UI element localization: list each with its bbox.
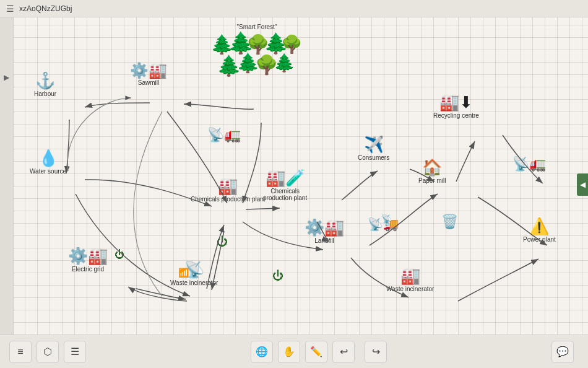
- node-pulp-mill[interactable]: 🏭 Chemicals production plant: [191, 177, 266, 203]
- water-source-label: Water source: [30, 168, 66, 175]
- sensor-icon: 📡🚛: [207, 127, 241, 143]
- node-trash[interactable]: 🗑️: [441, 214, 458, 230]
- node-sawmill[interactable]: ⚙️🏭 Sawmill: [130, 62, 167, 86]
- chemicals-label: Chemicalsproduction plant: [263, 188, 307, 201]
- tree-icon-9: 🌲: [274, 53, 295, 73]
- chemicals-icon: 🏭🧪: [266, 169, 305, 188]
- recycling-label: Recycling centre: [433, 112, 479, 119]
- redo-button[interactable]: ↪: [365, 341, 387, 363]
- node-electric-grid[interactable]: 📡 Waste incinerator: [170, 260, 218, 286]
- power-symbol-3: ⏻: [115, 249, 124, 260]
- bottom-toolbar: ≡ ⬡ ☰ 🌐 ✋ ✏️ ↩ ↪ 💬: [0, 335, 588, 368]
- truck-icon-right: 📡🚛: [512, 156, 546, 172]
- node-smart-forest[interactable]: "Smart Forest" 🌲 🌲 🌳 🌲 🌳 🌲 🌲 🌳 🌲: [204, 24, 309, 99]
- left-sidebar: ▶: [0, 17, 14, 335]
- node-aviation-fuel[interactable]: ✈️ Consumers: [358, 135, 389, 161]
- waste-incinerator-icon: 🏭: [400, 266, 420, 286]
- node-waste-incinerator[interactable]: 🏭 Waste incinerator: [386, 266, 434, 292]
- sawmill-label: Sawmill: [138, 79, 159, 86]
- tree-icon-5: 🌳: [281, 34, 303, 55]
- node-harbour[interactable]: ⚓ Harbour: [34, 71, 56, 97]
- node-landfill[interactable]: ⚠️ Power plant: [523, 217, 556, 243]
- landfill-icon: ⚠️: [529, 217, 549, 236]
- hand-button[interactable]: ✋: [278, 341, 300, 363]
- sidebar-expand-arrow[interactable]: ▶: [4, 73, 9, 82]
- power-symbol-2: ⏻: [272, 269, 283, 283]
- chat-button[interactable]: 💬: [551, 341, 574, 363]
- house-icon: 🏠: [422, 158, 442, 177]
- aviation-icon: ✈️: [364, 135, 384, 154]
- paper-mill-icon: ⚙️🏭: [305, 218, 344, 237]
- node-truck-recycling[interactable]: 📡🚛: [512, 156, 546, 172]
- node-water-source[interactable]: 💧 Water source: [30, 149, 66, 175]
- recycling-icon: 🏭⬇: [439, 93, 473, 112]
- undo-button[interactable]: ↩: [332, 341, 355, 363]
- aviation-fuel-label: Consumers: [358, 154, 389, 161]
- menu-icon[interactable]: ☰: [6, 4, 14, 14]
- node-consumers[interactable]: 🏠 Paper mill: [418, 158, 446, 184]
- pulp-mill-icon: 🏭: [218, 177, 238, 196]
- power-plant-icon: ⚙️🏭: [68, 247, 108, 266]
- right-panel-toggle[interactable]: ◀: [577, 173, 588, 196]
- node-chemicals[interactable]: 🏭🧪 Chemicalsproduction plant: [263, 169, 307, 201]
- power-symbol-1: ⏻: [217, 235, 228, 248]
- pulp-mill-label: Chemicals production plant: [191, 196, 266, 203]
- anchor-icon: ⚓: [35, 71, 55, 90]
- node-sensor-truck[interactable]: 📡🚛: [207, 127, 241, 143]
- main-canvas[interactable]: "Smart Forest" 🌲 🌲 🌳 🌲 🌳 🌲 🌲 🌳 🌲 ⚓ Harbo…: [0, 0, 588, 335]
- harbour-label: Harbour: [34, 90, 56, 97]
- document-title: xzAoQNzZUGbj: [19, 4, 72, 13]
- node-paper-mill[interactable]: ⚙️🏭 Landfill: [305, 218, 344, 244]
- sensor-waste: 📡: [381, 214, 392, 224]
- sawmill-gear-icon: ⚙️🏭: [130, 62, 167, 79]
- topbar: ☰ xzAoQNzZUGbj: [0, 0, 588, 17]
- pencil-button[interactable]: ✏️: [305, 341, 327, 363]
- smart-forest-label: "Smart Forest": [237, 24, 277, 30]
- consumers-label: Paper mill: [418, 177, 446, 184]
- trash-icon: 🗑️: [441, 214, 458, 230]
- node-recycling[interactable]: 🏭⬇ Recycling centre: [433, 93, 479, 119]
- landfill-label: Power plant: [523, 236, 556, 243]
- waste-incinerator-label: Waste incinerator: [386, 286, 434, 292]
- paper-mill-label: Landfill: [314, 237, 334, 244]
- sensor-electric: 📶: [178, 268, 189, 278]
- water-icon: 💧: [38, 149, 58, 168]
- node-power-plant[interactable]: ⚙️🏭 Electric grid: [68, 247, 108, 273]
- globe-button[interactable]: 🌐: [251, 341, 273, 363]
- list-button[interactable]: ≡: [9, 341, 32, 363]
- document-button[interactable]: ☰: [64, 341, 86, 363]
- share-button[interactable]: ⬡: [37, 341, 59, 363]
- electric-grid-label: Waste incinerator: [170, 279, 218, 286]
- power-plant-label: Electric grid: [72, 266, 104, 273]
